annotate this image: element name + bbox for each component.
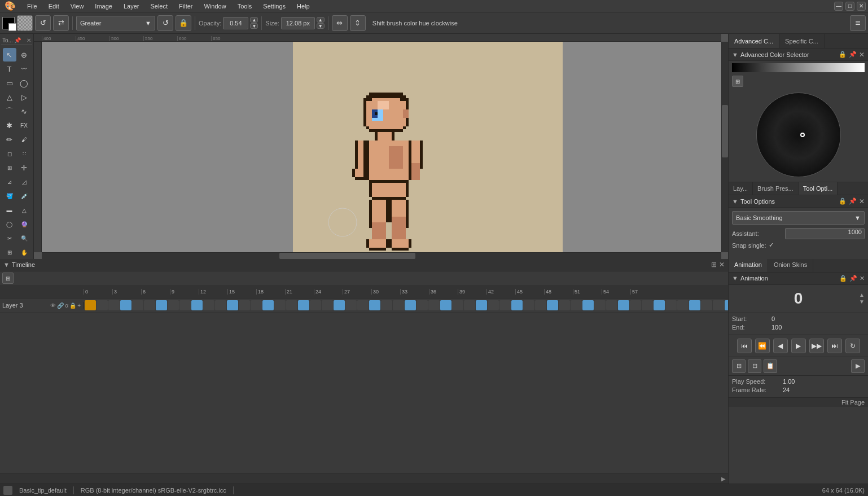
frame-38[interactable] [535,300,546,310]
pencil-tool[interactable]: ✏ [3,133,16,146]
color-restore-btn[interactable]: ↺ [35,15,51,31]
layer-eye-icon[interactable]: 👁 [50,302,56,309]
frame-35[interactable] [499,300,511,310]
toolbar-extra-btn[interactable]: ≡ [850,15,866,31]
tab-animation[interactable]: Animation [729,259,768,272]
size-input[interactable] [281,17,315,29]
frame-46[interactable] [630,300,641,310]
add-layer-btn[interactable]: ⊞ [2,273,14,284]
layer-add-icon[interactable]: + [77,302,81,309]
frame-23[interactable] [357,300,369,310]
menu-filter[interactable]: Filter [177,2,195,11]
canvas-area[interactable]: 400 450 500 550 600 650 100 150 200 250 [34,34,728,259]
frame-32[interactable] [464,300,475,310]
menu-view[interactable]: View [68,2,86,11]
assistant-value[interactable]: 1000 [785,228,865,239]
cs-grid-icon[interactable]: ⊞ [732,76,743,87]
frame-33[interactable] [476,300,487,310]
timeline-expand-arrow[interactable]: ▶ [721,476,726,482]
wave-tool[interactable]: ∿ [17,104,31,118]
frame-13[interactable] [239,300,250,310]
eraser-tool[interactable]: ◻ [3,147,16,160]
fit-page-label[interactable]: Fit Page [841,399,865,406]
eyedropper-tool[interactable]: 💉 [17,189,31,203]
path-tool[interactable]: ✂ [3,231,16,245]
frame-43[interactable] [594,300,606,310]
frame-15[interactable] [262,300,274,310]
frame-28[interactable] [417,300,428,310]
frame-45[interactable] [618,300,629,310]
frame-24[interactable] [369,300,380,310]
frame-48[interactable] [654,300,665,310]
anim-extra-1[interactable]: ⊞ [732,359,746,373]
frame-10[interactable] [203,300,214,310]
frame-30[interactable] [440,300,451,310]
frame-27[interactable] [405,300,416,310]
frame-52[interactable] [701,300,712,310]
frame-37[interactable] [523,300,534,310]
magic-wand-tool[interactable]: 🔮 [17,217,31,231]
scrollbar-vertical[interactable] [721,42,728,252]
menu-tools[interactable]: Tools [235,2,255,11]
anim-extra-2[interactable]: ⊟ [748,359,761,373]
collapse-icon[interactable]: ▼ [732,51,738,58]
frame-5[interactable] [144,300,155,310]
menu-select[interactable]: Select [148,2,170,11]
scrollbar-horizontal[interactable] [42,252,721,259]
loop-btn[interactable]: ↻ [845,339,860,353]
frame-36[interactable] [511,300,523,310]
frame-11[interactable] [215,300,226,310]
play-btn[interactable]: ▶ [791,339,806,353]
smoothing-dropdown[interactable]: Basic Smoothing ▼ [732,211,865,225]
frame-21[interactable] [334,300,345,310]
select-color-tool[interactable]: △ [17,203,31,217]
tab-advanced-color[interactable]: Advanced C... [729,34,779,48]
frame-17[interactable] [286,300,297,310]
tab-specific-color[interactable]: Specific C... [779,34,825,48]
frame-4[interactable] [132,300,143,310]
frame-9[interactable] [191,300,203,310]
layer-alpha-icon[interactable]: α [65,302,68,309]
frame-31[interactable] [452,300,463,310]
ellipse-select-tool[interactable]: ◯ [17,76,31,90]
window-close-btn[interactable]: ✕ [857,2,866,11]
layer-lock-icon[interactable]: 🔒 [69,302,76,309]
frame-1[interactable] [97,300,108,310]
anim-lock-icon[interactable]: 🔒 [839,275,847,282]
anim-close-icon[interactable]: ✕ [860,275,865,282]
opacity-up-btn[interactable]: ▲ [250,17,258,23]
menu-layer[interactable]: Layer [121,2,142,11]
frame-14[interactable] [251,300,262,310]
color-wheel-selector[interactable] [800,133,805,137]
gradient-rect-tool[interactable]: ▬ [3,203,16,217]
frame-22[interactable] [345,300,357,310]
size-down-btn[interactable]: ▼ [317,23,325,29]
menu-file[interactable]: File [25,2,40,11]
cs-lock-icon[interactable]: 🔒 [839,51,847,58]
window-minimize-btn[interactable]: — [834,2,843,11]
frame-3[interactable] [120,300,131,310]
frame-40[interactable] [559,300,570,310]
frame-49[interactable] [665,300,677,310]
anim-extra-3[interactable]: 📋 [764,359,777,373]
opacity-down-btn[interactable]: ▼ [250,23,258,29]
grid-tool[interactable]: ⊞ [3,245,16,259]
arrow-tool[interactable]: ▷ [17,90,31,104]
flip-v-btn[interactable]: ⇕ [350,15,366,31]
frame-41[interactable] [571,300,582,310]
to-pin-icon[interactable]: 📌 [849,197,857,205]
menu-window[interactable]: Window [202,2,229,11]
curve-tool[interactable]: ⌒ [3,104,16,118]
window-maximize-btn[interactable]: □ [845,2,854,11]
zoom-tool[interactable]: 🔍 [17,231,31,245]
timeline-expand-icon[interactable]: ⊞ [711,261,717,269]
text-tool[interactable]: T [3,62,16,76]
tab-onion-skins[interactable]: Onion Skins [768,259,813,272]
brush-mode-dropdown[interactable]: Greater ▼ [76,16,155,30]
frame-25[interactable] [381,300,392,310]
frame-51[interactable] [689,300,700,310]
frame-16[interactable] [274,300,286,310]
cs-close-icon[interactable]: ✕ [859,51,865,59]
frame-12[interactable] [227,300,238,310]
star-tool[interactable]: ✱ [3,118,16,132]
